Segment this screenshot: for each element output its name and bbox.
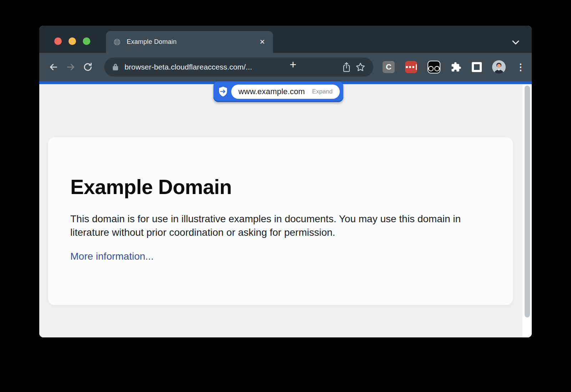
extensions-area: C [383,60,525,74]
extension-c-button[interactable]: C [383,61,395,73]
arrow-left-icon [48,62,59,72]
example-domain-card: Example Domain This domain is for use in… [48,137,513,305]
back-button[interactable] [45,58,62,76]
extension-lastpass-button[interactable] [405,61,417,73]
window-controls [54,37,90,45]
scrollbar-thumb[interactable] [525,86,530,317]
c-extension-icon: C [383,61,395,73]
browser-menu-button[interactable]: ⋮ [516,62,525,73]
isolation-indicator[interactable]: www.example.com Expand [213,81,343,102]
tab-strip: Example Domain ✕ + [39,26,532,53]
tab-close-icon[interactable]: ✕ [258,37,267,47]
scrollbar-track [522,84,532,337]
shield-arrow-icon [218,86,228,97]
avatar-icon [492,60,506,74]
browser-window: Example Domain ✕ + [39,26,532,337]
tab-title: Example Domain [127,38,258,46]
expand-button[interactable]: Expand [312,88,333,95]
reload-icon [83,62,93,72]
profile-avatar[interactable] [492,60,506,74]
lock-icon[interactable] [112,63,119,71]
chevron-down-icon[interactable] [510,39,521,47]
arrow-right-icon [65,62,76,72]
page-viewport: www.example.com Expand Example Domain Th… [39,84,532,337]
reload-button[interactable] [79,58,96,76]
isolation-host-pill: www.example.com Expand [231,85,340,99]
extension-circles-button[interactable] [428,61,440,73]
page-title: Example Domain [70,175,491,199]
side-panel-button[interactable] [472,62,482,72]
new-tab-button[interactable]: + [286,57,300,72]
two-circles-icon [428,61,440,73]
tab-example-domain[interactable]: Example Domain ✕ [106,31,273,53]
minimize-window-button[interactable] [69,37,76,45]
globe-favicon-icon [113,38,121,46]
more-information-link[interactable]: More information... [70,251,153,262]
page-paragraph: This domain is for use in illustrative e… [70,212,481,239]
zoom-window-button[interactable] [83,37,90,45]
close-window-button[interactable] [54,37,62,45]
isolated-hostname: www.example.com [238,87,305,96]
address-bar[interactable]: browser-beta.cloudflareaccess.com/... [104,57,373,77]
extensions-menu-button[interactable] [451,62,461,72]
puzzle-icon [451,62,461,72]
share-icon[interactable] [340,60,353,75]
side-panel-icon [472,62,482,72]
forward-button[interactable] [62,58,79,76]
bookmark-star-icon[interactable] [353,60,368,74]
url-text: browser-beta.cloudflareaccess.com/... [125,63,340,71]
lastpass-dots-icon [405,61,417,73]
